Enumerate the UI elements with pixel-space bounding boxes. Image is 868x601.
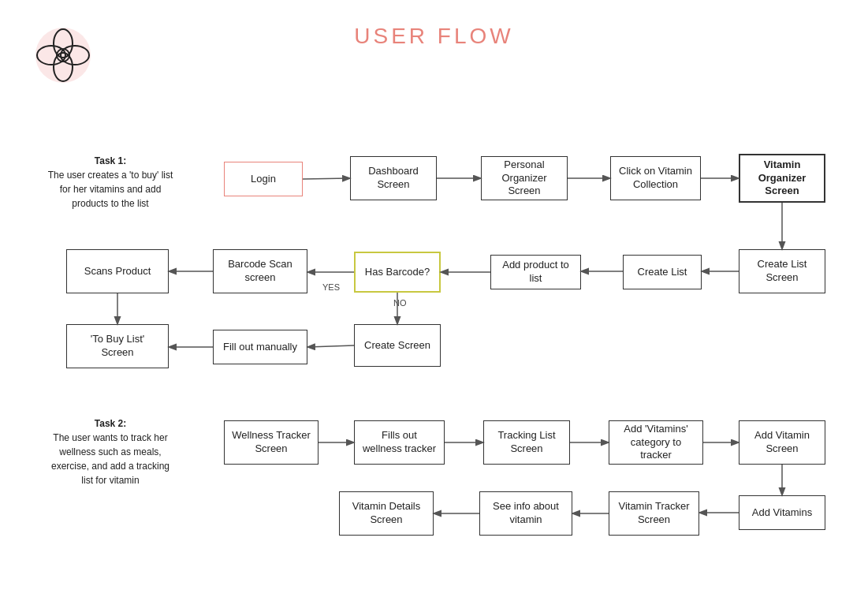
dashboard-box: Dashboard Screen [350, 156, 437, 200]
add-product-box: Add product to list [490, 255, 581, 289]
vitamin-details-box: Vitamin Details Screen [339, 491, 434, 536]
svg-line-18 [308, 345, 354, 347]
svg-point-0 [35, 28, 91, 83]
logo [32, 24, 95, 87]
no-label: NO [393, 298, 407, 308]
personal-organizer-box: Personal Organizer Screen [481, 156, 568, 200]
add-vitamin-screen-box: Add Vitamin Screen [739, 420, 825, 465]
tracking-list-box: Tracking List Screen [483, 420, 570, 465]
task1-description: Task 1: The user creates a 'to buy' list… [47, 154, 173, 211]
create-list-screen-box: Create List Screen [739, 249, 825, 293]
wellness-tracker-box: Wellness Tracker Screen [224, 420, 319, 465]
add-vitamins-box: Add Vitamins [739, 495, 825, 530]
click-vitamin-box: Click on Vitamin Collection [610, 156, 701, 200]
vitamin-organizer-box: Vitamin Organizer Screen [739, 154, 825, 203]
page-title: USER FLOW [0, 0, 868, 49]
create-screen-box: Create Screen [354, 324, 441, 367]
vitamin-tracker-screen-box: Vitamin Tracker Screen [609, 491, 699, 536]
task2-description: Task 2: The user wants to track her well… [47, 416, 173, 487]
see-info-box: See info about vitamin [479, 491, 572, 536]
scans-product-box: Scans Product [66, 249, 169, 293]
add-vitamins-category-box: Add 'Vitamins' category to tracker [609, 420, 703, 465]
has-barcode-box: Has Barcode? [354, 252, 441, 293]
svg-line-6 [303, 178, 349, 179]
create-list-box: Create List [623, 255, 702, 289]
fills-wellness-box: Fills out wellness tracker [354, 420, 445, 465]
barcode-scan-box: Barcode Scan screen [213, 249, 307, 293]
yes-label: YES [322, 282, 340, 292]
fill-manually-box: Fill out manually [213, 330, 307, 364]
to-buy-list-box: 'To Buy List' Screen [66, 324, 169, 368]
arrows-overlay [0, 0, 868, 601]
login-box: Login [224, 162, 303, 196]
